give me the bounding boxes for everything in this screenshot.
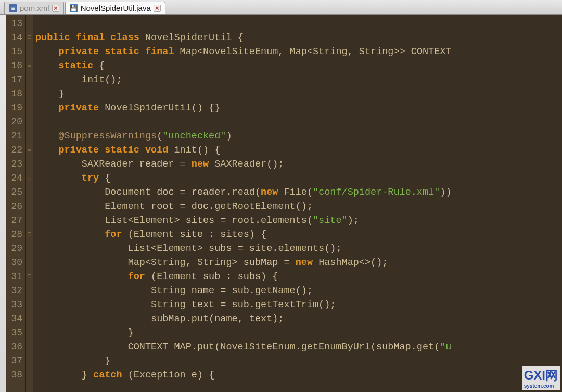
code-line[interactable]: Document doc = reader.read(new File("con… xyxy=(35,185,562,199)
fold-toggle-icon[interactable]: ⊟ xyxy=(26,270,33,284)
fold-empty xyxy=(26,115,33,129)
fold-toggle-icon[interactable]: ⊟ xyxy=(26,31,33,45)
close-icon[interactable]: × xyxy=(52,5,59,12)
code-line[interactable]: } xyxy=(35,87,562,101)
code-line[interactable]: private static void init() { xyxy=(35,143,562,157)
line-number: 21 xyxy=(8,129,22,143)
code-line[interactable]: Map<String, String> subMap = new HashMap… xyxy=(35,256,562,270)
fold-empty xyxy=(26,199,33,213)
line-number: 19 xyxy=(8,101,22,115)
code-line[interactable]: String text = sub.getTextTrim(); xyxy=(35,298,562,312)
code-line[interactable]: for (Element site : sites) { xyxy=(35,227,562,242)
code-line[interactable]: List<Element> sites = root.elements("sit… xyxy=(35,213,562,227)
fold-empty xyxy=(26,284,33,298)
code-line[interactable] xyxy=(35,115,562,129)
watermark-logo: GXI网 system.com xyxy=(522,366,560,390)
line-number: 17 xyxy=(8,73,22,87)
line-number: 13 xyxy=(8,17,22,31)
fold-empty xyxy=(26,185,33,199)
line-number: 25 xyxy=(8,185,22,199)
fold-empty xyxy=(26,45,33,59)
code-line[interactable]: @SuppressWarnings("unchecked") xyxy=(35,129,562,143)
code-line[interactable]: CONTEXT_MAP.put(NovelSiteEnum.getEnumByU… xyxy=(35,340,562,354)
code-line[interactable]: public final class NovelSpiderUtil { xyxy=(35,31,562,45)
tab-label: NovelSpiderUtil.java xyxy=(81,4,151,12)
line-number: 30 xyxy=(8,256,22,270)
fold-empty xyxy=(26,326,33,340)
code-line[interactable]: } xyxy=(35,354,562,368)
code-line[interactable]: static { xyxy=(35,59,562,73)
fold-empty xyxy=(26,242,33,256)
code-line[interactable]: for (Element sub : subs) { xyxy=(35,270,562,284)
fold-empty xyxy=(26,87,33,101)
fold-empty xyxy=(26,354,33,368)
code-line[interactable]: private static final Map<NovelSiteEnum, … xyxy=(35,45,562,59)
code-line[interactable]: try { xyxy=(35,171,562,185)
code-line[interactable]: subMap.put(name, text); xyxy=(35,312,562,326)
line-number: 28 xyxy=(8,227,22,242)
close-icon[interactable]: × xyxy=(154,5,161,12)
fold-toggle-icon[interactable]: ⊟ xyxy=(26,143,33,157)
fold-empty xyxy=(26,256,33,270)
fold-toggle-icon[interactable]: ⊟ xyxy=(26,227,33,242)
line-number: 16 xyxy=(8,59,22,73)
line-number: 24 xyxy=(8,171,22,185)
fold-empty xyxy=(26,213,33,227)
line-number: 35 xyxy=(8,326,22,340)
fold-toggle-icon[interactable]: ⊟ xyxy=(26,171,33,185)
fold-toggle-icon[interactable]: ⊟ xyxy=(26,59,33,73)
file-java-icon: 💾 xyxy=(70,4,78,12)
tab-pom-xml[interactable]: ≡ pom.xml × xyxy=(4,2,64,14)
fold-empty xyxy=(26,368,33,382)
code-line[interactable]: init(); xyxy=(35,73,562,87)
line-number: 14 xyxy=(8,31,22,45)
fold-empty xyxy=(26,101,33,115)
code-editor[interactable]: 1314151617181920212223242526272829303132… xyxy=(0,15,562,392)
tab-bar: ≡ pom.xml × 💾 NovelSpiderUtil.java × xyxy=(0,0,562,15)
code-area[interactable]: public final class NovelSpiderUtil { pri… xyxy=(33,15,562,392)
fold-empty xyxy=(26,298,33,312)
line-number: 33 xyxy=(8,298,22,312)
line-number: 27 xyxy=(8,213,22,227)
fold-empty xyxy=(26,129,33,143)
code-line[interactable]: private NovelSpiderUtil() {} xyxy=(35,101,562,115)
fold-empty xyxy=(26,157,33,171)
line-number: 32 xyxy=(8,284,22,298)
tab-label: pom.xml xyxy=(20,4,49,12)
fold-empty xyxy=(26,17,33,31)
line-number: 31 xyxy=(8,270,22,284)
line-number: 36 xyxy=(8,340,22,354)
line-number: 20 xyxy=(8,115,22,129)
code-line[interactable]: String name = sub.getName(); xyxy=(35,284,562,298)
file-xml-icon: ≡ xyxy=(9,4,17,12)
fold-empty xyxy=(26,73,33,87)
code-line[interactable]: Element root = doc.getRootElement(); xyxy=(35,199,562,213)
line-number: 34 xyxy=(8,312,22,326)
tab-novelspiderutil-java[interactable]: 💾 NovelSpiderUtil.java × xyxy=(65,2,165,14)
line-number: 22 xyxy=(8,143,22,157)
code-line[interactable] xyxy=(35,17,562,31)
code-line[interactable]: List<Element> subs = site.elements(); xyxy=(35,242,562,256)
fold-empty xyxy=(26,312,33,326)
line-number: 18 xyxy=(8,87,22,101)
line-number: 23 xyxy=(8,157,22,171)
fold-empty xyxy=(26,340,33,354)
line-number: 15 xyxy=(8,45,22,59)
line-number: 26 xyxy=(8,199,22,213)
code-line[interactable]: } xyxy=(35,326,562,340)
left-gutter xyxy=(0,15,6,392)
line-number: 38 xyxy=(8,368,22,382)
fold-gutter: ⊟⊟⊟⊟⊟⊟ xyxy=(26,15,33,392)
line-number-gutter: 1314151617181920212223242526272829303132… xyxy=(6,15,26,392)
line-number: 29 xyxy=(8,242,22,256)
code-line[interactable]: SAXReader reader = new SAXReader(); xyxy=(35,157,562,171)
code-line[interactable]: } catch (Exception e) { xyxy=(35,368,562,382)
line-number: 37 xyxy=(8,354,22,368)
